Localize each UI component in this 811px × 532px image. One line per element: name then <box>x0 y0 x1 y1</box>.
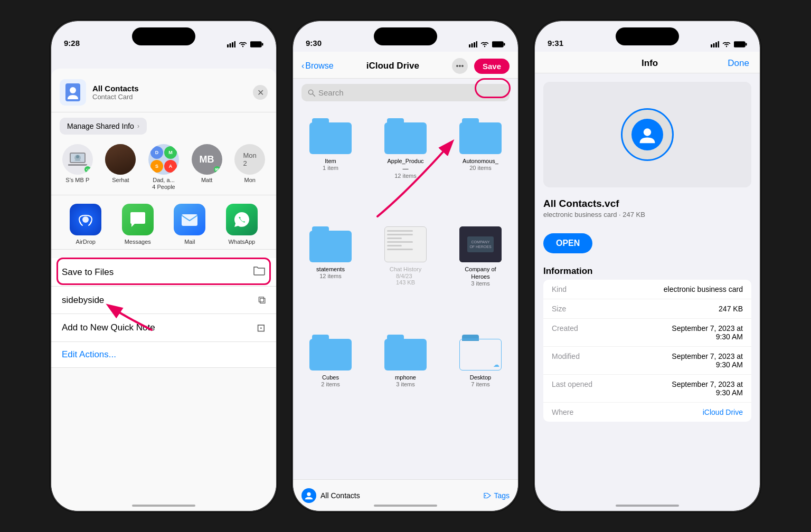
messages-icon <box>122 204 154 235</box>
info-key-opened: Last opened <box>552 380 599 388</box>
svg-point-26 <box>307 492 310 496</box>
back-label: Browse <box>305 61 333 71</box>
sidebyside-row[interactable]: sidebyside ⧉ <box>51 287 276 314</box>
folder-item-cubes[interactable]: Cubes 2 items <box>293 328 368 429</box>
time-3: 9:31 <box>548 39 563 48</box>
info-row-size: Size 247 KB <box>543 299 751 319</box>
whatsapp-label: WhatsApp <box>228 239 255 245</box>
info-row-where: Where iCloud Drive <box>543 403 751 422</box>
close-button[interactable]: ✕ <box>253 85 268 100</box>
whatsapp-icon <box>226 204 258 235</box>
chat-history-item[interactable]: Chat History 8/4/23143 KB <box>368 220 443 328</box>
save-to-files-row[interactable]: Save to Files <box>51 258 276 287</box>
edit-actions-row[interactable]: Edit Actions... <box>51 342 276 368</box>
person-serhat[interactable]: Serhat <box>103 144 139 191</box>
airdrop-glyph <box>77 211 95 229</box>
person-avatar-icon <box>638 125 657 144</box>
home-indicator-2 <box>374 505 437 507</box>
svg-point-15 <box>82 216 89 223</box>
folder-icon-autonomous <box>459 118 502 154</box>
status-icons-1 <box>227 41 263 48</box>
share-title-block: All Contacts Contact Card <box>92 84 253 101</box>
info-val-where[interactable]: iCloud Drive <box>599 408 743 416</box>
search-bar[interactable]: Search <box>301 84 510 101</box>
wifi-icon <box>239 41 247 48</box>
action-list: Save to Files sidebyside ⧉ Add to New Qu… <box>51 250 276 372</box>
info-key-kind: Kind <box>552 285 599 293</box>
app-whatsapp[interactable]: WhatsApp <box>221 204 263 245</box>
svg-point-32 <box>726 46 727 47</box>
airdrop-label: AirDrop <box>76 239 96 245</box>
info-key-created: Created <box>552 324 599 332</box>
svg-rect-28 <box>711 44 712 48</box>
person-smbp[interactable]: S's MB P <box>60 144 96 191</box>
dynamic-island-1 <box>132 27 195 45</box>
avatar-more: Mon2 <box>234 144 265 175</box>
folder-item-mphone[interactable]: ☁ mphone 3 items <box>368 328 443 429</box>
info-row-modified: Modified September 7, 2023 at9:30 AM <box>543 347 751 375</box>
status-icons-2 <box>469 41 505 48</box>
app-airdrop[interactable]: AirDrop <box>64 204 107 245</box>
chevron-left-icon: ‹ <box>301 61 304 71</box>
wifi-icon-3 <box>722 41 731 48</box>
bottom-avatar <box>301 488 316 503</box>
whatsapp-glyph <box>232 210 251 229</box>
quick-note-row[interactable]: Add to New Quick Note ⊡ <box>51 314 276 342</box>
chat-history-thumb <box>384 226 427 262</box>
app-row: AirDrop Messages <box>51 195 276 250</box>
search-placeholder: Search <box>318 88 344 97</box>
signal-icon <box>227 41 235 48</box>
folder-item-desktop[interactable]: ☁ Desktop 7 items <box>443 328 518 429</box>
contact-file-icon <box>65 83 80 101</box>
svg-rect-23 <box>504 43 505 46</box>
info-nav: Info Done <box>535 52 760 73</box>
folder-item-statements[interactable]: ☁ statements 12 items <box>293 220 368 328</box>
battery-icon-3 <box>734 41 747 48</box>
open-button[interactable]: OPEN <box>543 233 592 253</box>
airdrop-icon <box>70 204 101 235</box>
svg-line-25 <box>313 94 315 96</box>
bottom-filename: All Contacts <box>320 491 479 500</box>
share-title: All Contacts <box>92 84 253 93</box>
folder-count-cubes: 2 items <box>321 381 340 387</box>
app-messages[interactable]: Messages <box>117 204 159 245</box>
person-dad[interactable]: D M S A Dad, a...4 People <box>146 144 182 191</box>
svg-rect-29 <box>713 43 715 48</box>
person-name-dad: Dad, a...4 People <box>152 177 175 191</box>
avatar-serhat <box>105 144 136 175</box>
chat-history-name: Chat History <box>390 265 422 273</box>
folder-item-company[interactable]: COMPANYOF HEROES Company ofHeroes 3 item… <box>443 220 518 328</box>
done-button[interactable]: Done <box>728 58 749 69</box>
more-options-button[interactable]: ••• <box>452 58 468 74</box>
back-button[interactable]: ‹ Browse <box>301 61 334 71</box>
contact-avatar-big <box>621 108 674 161</box>
svg-point-13 <box>76 155 79 158</box>
info-filename: All Contacts.vcf <box>535 198 760 211</box>
folder-item-apple[interactable]: Apple_Produc— 12 items <box>368 112 443 220</box>
person-more[interactable]: Mon2 Mon <box>232 144 268 191</box>
nav-title: iCloud Drive <box>334 61 452 71</box>
mail-label: Mail <box>184 239 195 245</box>
manage-shared-info-button[interactable]: Manage Shared Info › <box>60 118 147 135</box>
info-val-opened: September 7, 2023 at9:30 AM <box>599 380 743 397</box>
person-name-smbp: S's MB P <box>65 177 89 184</box>
app-mail[interactable]: Mail <box>168 204 211 245</box>
messages-glyph <box>128 210 147 229</box>
laptop-icon <box>68 153 87 166</box>
folder-icon-statements: ☁ <box>309 226 352 262</box>
tags-button[interactable]: Tags <box>483 491 510 500</box>
person-matt[interactable]: MB ✉ Matt <box>189 144 225 191</box>
share-subtitle: Contact Card <box>92 93 253 101</box>
folder-item[interactable]: Item 1 item <box>293 112 368 220</box>
info-table: Kind electronic business card Size 247 K… <box>543 280 751 422</box>
avatar-matt: MB ✉ <box>192 144 222 175</box>
folder-item-autonomous[interactable]: Autonomous_ 20 items <box>443 112 518 220</box>
info-preview <box>543 82 751 187</box>
save-button[interactable]: Save <box>474 59 510 74</box>
folder-icon <box>253 265 266 279</box>
svg-rect-33 <box>734 42 745 47</box>
home-indicator-1 <box>132 505 195 507</box>
nav-actions: ••• Save <box>452 58 510 74</box>
folder-name-statements: statements <box>316 265 345 273</box>
svg-rect-31 <box>718 41 720 48</box>
